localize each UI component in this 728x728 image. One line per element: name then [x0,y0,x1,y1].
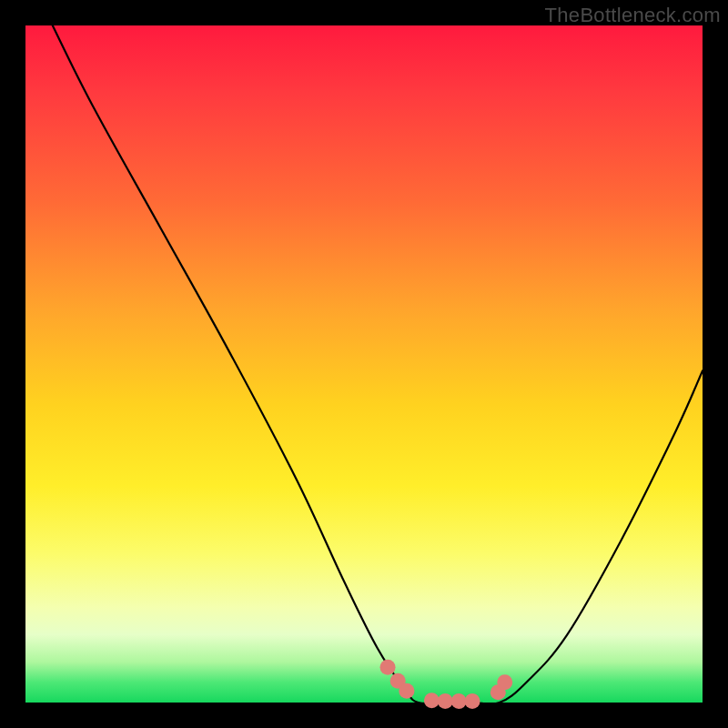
bottleneck-curve [53,25,703,704]
plot-area [25,25,703,703]
optimal-marker [438,693,453,709]
optimal-marker [399,683,414,699]
optimal-marker [424,693,440,708]
curve-svg [25,25,703,703]
chart-frame: TheBottleneck.com [0,0,728,728]
watermark-text: TheBottleneck.com [545,4,721,27]
optimal-marker [380,660,396,675]
optimal-marker [465,693,480,709]
optimal-marker [497,674,512,690]
optimal-marker [451,693,467,709]
